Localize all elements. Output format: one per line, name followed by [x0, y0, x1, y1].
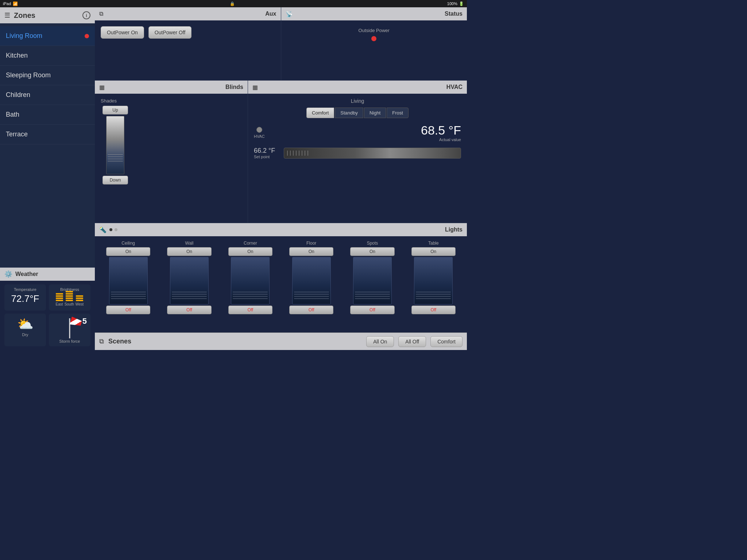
- light-off-5[interactable]: Off: [411, 306, 456, 314]
- brightness-bars: East South: [52, 293, 88, 306]
- light-channel-floor: Floor On Off: [284, 241, 339, 314]
- device-label: iPad: [3, 1, 11, 6]
- light-on-5[interactable]: On: [411, 247, 456, 256]
- zone-item-terrace[interactable]: Terrace: [0, 125, 95, 144]
- light-slider-1: On Off: [162, 247, 217, 314]
- light-track-0[interactable]: [109, 257, 148, 304]
- status-icon: 📡: [286, 11, 293, 18]
- outpower-on-button[interactable]: OutPower On: [101, 26, 144, 39]
- aux-icon: ⧉: [99, 11, 103, 17]
- blind-line-2: [108, 156, 123, 157]
- lights-content: Ceiling On Off Wall On: [95, 236, 467, 332]
- zone-item-sleeping-room[interactable]: Sleeping Room: [0, 66, 95, 85]
- battery-label: 100%: [447, 1, 457, 6]
- light-channel-ceiling: Ceiling On Off: [101, 241, 156, 314]
- blinds-panel: ▦ Blinds Shades Up: [95, 81, 248, 223]
- wind-label: Storm force: [59, 339, 80, 343]
- light-slider-5: On Off: [406, 247, 461, 314]
- light-track-2[interactable]: [231, 257, 270, 304]
- status-bar: iPad 📶 🔒 100% 🔋: [0, 0, 467, 7]
- light-label-1: Wall: [185, 241, 194, 246]
- mode-night[interactable]: Night: [364, 108, 386, 118]
- hvac-readings: HVAC 68.5 °F Actual value: [254, 123, 461, 142]
- ltl1: [294, 292, 329, 292]
- light-track-1[interactable]: [170, 257, 209, 304]
- lights-dot-2[interactable]: [115, 228, 117, 231]
- ltl2: [233, 294, 268, 295]
- mode-standby[interactable]: Standby: [335, 108, 363, 118]
- light-label-5: Table: [428, 241, 439, 246]
- top-row: ⧉ Aux OutPower On OutPower Off 📡 Status …: [95, 7, 467, 80]
- light-on-2[interactable]: On: [228, 247, 272, 256]
- light-label-3: Floor: [306, 241, 316, 246]
- zone-item-living-room[interactable]: Living Room: [0, 26, 95, 46]
- mode-comfort[interactable]: Comfort: [306, 108, 334, 118]
- blind-track: [106, 116, 124, 174]
- light-track-4[interactable]: [353, 257, 392, 304]
- light-on-4[interactable]: On: [350, 247, 394, 256]
- hvac-panel: ▦ HVAC Living Comfort Standby Night Fros…: [248, 81, 467, 223]
- south-bars: [66, 291, 73, 301]
- mode-frost[interactable]: Frost: [387, 108, 409, 118]
- light-track-lines-3: [294, 292, 329, 300]
- light-on-1[interactable]: On: [167, 247, 211, 256]
- west-label: West: [76, 302, 84, 306]
- zone-item-kitchen[interactable]: Kitchen: [0, 46, 95, 66]
- blind-down-button[interactable]: Down: [102, 176, 128, 184]
- zones-list: Living RoomKitchenSleeping RoomChildrenB…: [0, 23, 95, 267]
- bar-w2: [76, 298, 83, 299]
- light-off-4[interactable]: Off: [350, 306, 394, 314]
- weather-temp-box: Temperature 72.7°F: [4, 284, 46, 311]
- blind-lines: [108, 154, 123, 163]
- hvac-slider-track[interactable]: [284, 148, 461, 159]
- light-off-1[interactable]: Off: [167, 306, 211, 314]
- scenes-all-on[interactable]: All On: [366, 336, 394, 347]
- light-off-3[interactable]: Off: [289, 306, 333, 314]
- weather-icon: ⚙️: [4, 270, 12, 278]
- bar-e2: [56, 295, 63, 297]
- hvac-tick: [302, 151, 302, 156]
- light-off-2[interactable]: Off: [228, 306, 272, 314]
- info-button[interactable]: i: [82, 11, 90, 19]
- ltl4: [416, 298, 451, 299]
- ltl4: [111, 298, 146, 299]
- bar-e1: [56, 293, 63, 295]
- bar-s5: [66, 300, 73, 301]
- lights-pagination: [109, 228, 117, 231]
- scenes-comfort[interactable]: Comfort: [430, 336, 462, 347]
- light-on-3[interactable]: On: [289, 247, 333, 256]
- weather-top: Temperature 72.7°F Brightness: [4, 284, 90, 311]
- battery-icon: 🔋: [459, 1, 464, 6]
- blind-up-button[interactable]: Up: [102, 106, 128, 114]
- light-off-0[interactable]: Off: [106, 306, 150, 314]
- light-channel-spots: Spots On Off: [345, 241, 400, 314]
- light-slider-2: On Off: [223, 247, 278, 314]
- ltl1: [355, 292, 390, 292]
- ltl1: [233, 292, 268, 292]
- light-track-lines-2: [233, 292, 268, 300]
- blinds-header: ▦ Blinds: [95, 81, 248, 94]
- hvac-tick: [299, 151, 299, 156]
- blind-line-3: [108, 159, 123, 159]
- zone-item-bath[interactable]: Bath: [0, 105, 95, 125]
- light-label-0: Ceiling: [121, 241, 135, 246]
- light-track-3[interactable]: [292, 257, 331, 304]
- hvac-circle: [256, 127, 262, 133]
- hvac-setpoint: 66.2 °F Set point: [254, 147, 461, 159]
- ltl3: [172, 296, 207, 297]
- ltl3: [233, 296, 268, 297]
- status-title: Status: [445, 11, 462, 17]
- outpower-off-button[interactable]: OutPower Off: [148, 26, 192, 39]
- aux-title: Aux: [265, 11, 276, 17]
- ltl4: [294, 298, 329, 299]
- weather-header: ⚙️ Weather: [0, 268, 95, 281]
- scenes-all-off[interactable]: All Off: [398, 336, 426, 347]
- light-track-5[interactable]: [414, 257, 453, 304]
- weather-wind-box: 5 Storm force: [49, 314, 90, 346]
- light-on-0[interactable]: On: [106, 247, 150, 256]
- blinds-icon: ▦: [99, 84, 105, 91]
- hvac-tick: [293, 151, 294, 156]
- zone-item-children[interactable]: Children: [0, 85, 95, 105]
- lights-dot-1[interactable]: [109, 228, 112, 231]
- light-track-lines-0: [111, 292, 146, 300]
